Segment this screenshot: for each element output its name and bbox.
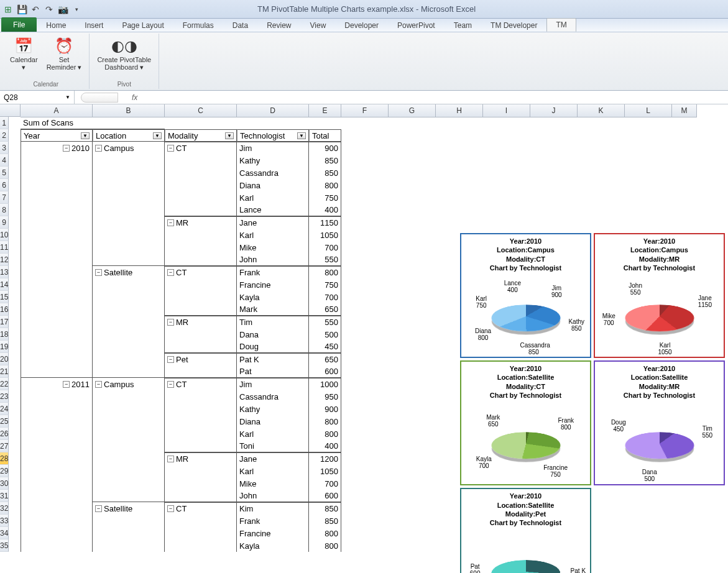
column-header-L[interactable]: L (625, 104, 672, 117)
cell[interactable]: 800 (309, 527, 341, 539)
cell[interactable] (165, 428, 237, 440)
row-header-27[interactable]: 27 (0, 440, 9, 452)
cell[interactable]: 1150 (309, 216, 341, 229)
cell[interactable]: −CT (165, 142, 237, 154)
row-header-20[interactable]: 20 (0, 353, 9, 365)
row-header-31[interactable]: 31 (0, 490, 9, 502)
cell[interactable]: Karl (237, 229, 309, 241)
cell[interactable] (21, 316, 93, 328)
cell[interactable]: −Campus (93, 378, 165, 390)
pivot-chart[interactable]: Year:2010Location:SatelliteModality:MRCh… (594, 360, 725, 485)
column-header-F[interactable]: F (341, 104, 389, 117)
row-header-16[interactable]: 16 (0, 303, 9, 316)
pivot-chart[interactable]: Year:2010Location:SatelliteModality:CTCh… (460, 360, 591, 485)
cell[interactable]: 800 (309, 415, 341, 428)
cell[interactable]: Kim (237, 502, 309, 515)
tab-file[interactable]: File (1, 17, 37, 32)
cell[interactable] (93, 254, 165, 266)
cell[interactable] (93, 428, 165, 440)
cell[interactable] (21, 167, 93, 179)
row-header-26[interactable]: 26 (0, 428, 9, 440)
tab-developer[interactable]: Developer (335, 19, 388, 32)
cell[interactable]: Cassandra (237, 167, 309, 179)
row-header-35[interactable]: 35 (0, 539, 9, 552)
filter-dropdown-icon[interactable]: ▼ (225, 132, 234, 139)
row-header-34[interactable]: 34 (0, 527, 9, 539)
cell[interactable]: −Satellite (93, 502, 165, 515)
cell[interactable] (21, 278, 93, 291)
row-header-8[interactable]: 8 (0, 204, 9, 216)
cell[interactable] (93, 167, 165, 179)
cell[interactable]: 1050 (309, 229, 341, 241)
cell[interactable] (93, 229, 165, 241)
cell[interactable]: 650 (309, 303, 341, 316)
cell[interactable]: Diana (237, 415, 309, 428)
row-header-21[interactable]: 21 (0, 365, 9, 378)
cell[interactable] (165, 515, 237, 527)
row-header-15[interactable]: 15 (0, 291, 9, 303)
cell[interactable] (165, 241, 237, 254)
cell[interactable]: Kayla (237, 291, 309, 303)
redo-icon[interactable]: ↷ (44, 4, 55, 15)
tab-page-layout[interactable]: Page Layout (113, 19, 173, 32)
tab-team[interactable]: Team (445, 19, 481, 32)
cell[interactable] (93, 477, 165, 490)
cell[interactable] (93, 204, 165, 216)
cell[interactable]: 850 (309, 154, 341, 167)
pivot-chart[interactable]: Year:2010Location:SatelliteModality:PetC… (460, 488, 591, 573)
cell[interactable] (93, 452, 165, 465)
cell[interactable] (165, 191, 237, 204)
cell[interactable] (21, 502, 93, 515)
row-header-1[interactable]: 1 (0, 117, 9, 129)
cell[interactable]: Dana (237, 328, 309, 341)
cell[interactable] (21, 303, 93, 316)
row-header-28[interactable]: 28 (0, 452, 9, 465)
cell[interactable] (21, 341, 93, 353)
cell[interactable] (93, 191, 165, 204)
cell[interactable] (21, 490, 93, 502)
row-header-29[interactable]: 29 (0, 465, 9, 477)
cell[interactable] (93, 341, 165, 353)
tab-formulas[interactable]: Formulas (173, 19, 223, 32)
filter-dropdown-icon[interactable]: ▼ (81, 132, 90, 139)
cell[interactable] (165, 154, 237, 167)
pivot-field-technologist[interactable]: Technologist▼ (237, 129, 309, 142)
row-header-9[interactable]: 9 (0, 216, 9, 229)
pivot-field-modality[interactable]: Modality▼ (165, 129, 237, 142)
collapse-icon[interactable]: − (63, 381, 70, 388)
cell[interactable]: Tim (237, 316, 309, 328)
cell[interactable] (93, 353, 165, 365)
row-header-12[interactable]: 12 (0, 254, 9, 266)
qat-dropdown-icon[interactable]: ▾ (71, 4, 82, 15)
cell[interactable]: −CT (165, 378, 237, 390)
row-header-22[interactable]: 22 (0, 378, 9, 390)
column-header-D[interactable]: D (237, 104, 309, 117)
cell[interactable] (165, 490, 237, 502)
cell[interactable]: Pat (237, 365, 309, 378)
row-header-25[interactable]: 25 (0, 415, 9, 428)
cell[interactable] (93, 539, 165, 552)
cell[interactable]: Kathy (237, 403, 309, 415)
cell[interactable] (21, 415, 93, 428)
cell[interactable]: −2011 (21, 378, 93, 390)
cell[interactable] (21, 266, 93, 278)
undo-icon[interactable]: ↶ (30, 4, 41, 15)
row-header-11[interactable]: 11 (0, 241, 9, 254)
filter-dropdown-icon[interactable]: ▼ (297, 132, 306, 139)
cell[interactable]: Karl (237, 428, 309, 440)
cell[interactable]: 800 (309, 266, 341, 278)
cell[interactable]: −Campus (93, 142, 165, 154)
cell[interactable]: 1050 (309, 465, 341, 477)
cell[interactable]: 900 (309, 403, 341, 415)
cell[interactable]: 800 (309, 179, 341, 191)
cell[interactable]: Mike (237, 241, 309, 254)
cell[interactable] (93, 515, 165, 527)
cell[interactable]: −Pet (165, 353, 237, 365)
cell[interactable] (93, 328, 165, 341)
cell[interactable]: Toni (237, 440, 309, 452)
cell[interactable]: 600 (309, 365, 341, 378)
row-header-19[interactable]: 19 (0, 341, 9, 353)
row-header-6[interactable]: 6 (0, 179, 9, 191)
cell[interactable] (165, 365, 237, 378)
cell[interactable]: 450 (309, 341, 341, 353)
